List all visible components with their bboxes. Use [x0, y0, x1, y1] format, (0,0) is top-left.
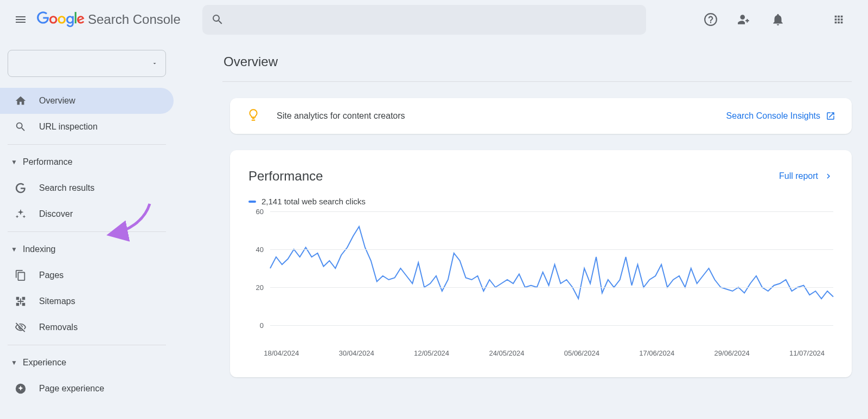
x-tick-label: 17/06/2024	[639, 349, 674, 357]
search-icon	[211, 13, 224, 26]
sidebar-item-label: Pages	[39, 270, 63, 280]
discover-icon	[14, 208, 27, 221]
sidebar-section-label: Indexing	[23, 244, 56, 254]
sidebar-item-label: Overview	[39, 96, 75, 106]
chart-x-axis: 18/04/202430/04/202412/05/202424/05/2024…	[270, 349, 833, 362]
sidebar-section-experience[interactable]: ▼ Experience	[0, 350, 174, 376]
insights-text: Site analytics for content creators	[277, 111, 405, 121]
performance-chart: 0204060	[265, 211, 833, 347]
menu-icon[interactable]	[10, 9, 31, 30]
chevron-down-icon: ▼	[10, 158, 18, 166]
sidebar-item-page-experience[interactable]: Page experience	[0, 376, 174, 402]
performance-title: Performance	[248, 169, 323, 184]
legend-text: 2,141 total web search clicks	[261, 197, 366, 206]
sidebar-item-search-results[interactable]: Search results	[0, 175, 174, 201]
x-tick-label: 12/05/2024	[414, 349, 449, 357]
open-in-new-icon	[826, 111, 835, 121]
sidebar-item-label: Discover	[39, 209, 73, 219]
lightbulb-icon	[246, 108, 260, 124]
x-tick-label: 11/07/2024	[789, 349, 825, 357]
y-tick-label: 60	[248, 208, 264, 216]
pages-icon	[14, 269, 27, 282]
sidebar-item-overview[interactable]: Overview	[0, 88, 174, 114]
hide-icon	[14, 321, 27, 334]
performance-card: Performance Full report 2,141 total web …	[230, 150, 852, 377]
sidebar-section-label: Performance	[23, 157, 73, 167]
y-tick-label: 20	[248, 283, 264, 292]
chevron-down-icon	[151, 60, 158, 67]
full-report-link[interactable]: Full report	[779, 171, 833, 181]
sidebar-item-label: Page experience	[39, 384, 104, 394]
google-logo-icon	[37, 11, 85, 28]
x-tick-label: 05/06/2024	[564, 349, 599, 357]
app-logo: Search Console	[37, 11, 181, 28]
x-tick-label: 18/04/2024	[264, 349, 299, 357]
page-title: Overview	[222, 39, 852, 81]
sidebar-section-performance[interactable]: ▼ Performance	[0, 149, 174, 175]
chevron-right-icon	[824, 171, 833, 181]
insights-link[interactable]: Search Console Insights	[726, 111, 835, 121]
apps-icon[interactable]	[831, 12, 846, 27]
sidebar-item-removals[interactable]: Removals	[0, 314, 174, 340]
sidebar-item-label: URL inspection	[39, 122, 98, 132]
property-selector[interactable]	[8, 50, 166, 77]
sidebar-item-discover[interactable]: Discover	[0, 201, 174, 227]
y-tick-label: 40	[248, 246, 264, 254]
main-content: Overview Site analytics for content crea…	[174, 39, 868, 419]
search-icon	[14, 120, 27, 133]
page-experience-icon	[14, 382, 27, 395]
search-input[interactable]	[202, 5, 646, 35]
sidebar-section-indexing[interactable]: ▼ Indexing	[0, 236, 174, 262]
x-tick-label: 24/05/2024	[489, 349, 524, 357]
chevron-down-icon: ▼	[10, 246, 18, 253]
people-icon[interactable]	[737, 12, 752, 27]
sidebar-item-sitemaps[interactable]: Sitemaps	[0, 288, 174, 314]
app-header: Search Console	[0, 0, 868, 39]
sidebar-item-label: Sitemaps	[39, 296, 75, 306]
sidebar-item-label: Removals	[39, 323, 78, 332]
insights-card: Site analytics for content creators Sear…	[230, 98, 852, 134]
chart-legend: 2,141 total web search clicks	[248, 197, 833, 206]
sidebar-section-label: Experience	[23, 358, 66, 368]
chevron-down-icon: ▼	[10, 359, 18, 366]
google-icon	[14, 182, 27, 195]
sidebar-item-url-inspection[interactable]: URL inspection	[0, 114, 174, 140]
app-name: Search Console	[88, 12, 181, 27]
notifications-icon[interactable]	[770, 12, 786, 27]
sidebar-item-label: Search results	[39, 183, 94, 193]
x-tick-label: 30/04/2024	[339, 349, 374, 357]
help-icon[interactable]	[703, 12, 718, 27]
sidebar: Overview URL inspection ▼ Performance Se…	[0, 39, 174, 419]
home-icon	[14, 94, 27, 107]
y-tick-label: 0	[248, 321, 264, 330]
sitemaps-icon	[14, 295, 27, 308]
sidebar-item-pages[interactable]: Pages	[0, 262, 174, 288]
x-tick-label: 29/06/2024	[714, 349, 750, 357]
legend-swatch	[248, 201, 256, 203]
